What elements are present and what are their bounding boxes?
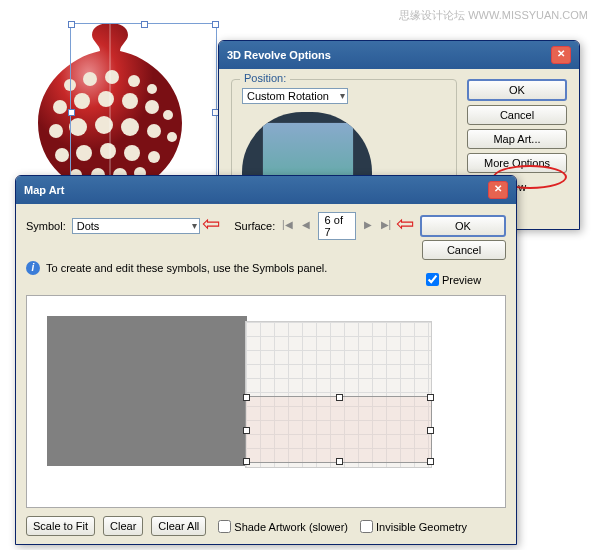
revolve-preview-cube[interactable] bbox=[242, 112, 372, 182]
symbol-select[interactable]: Dots bbox=[72, 218, 201, 234]
svg-point-11 bbox=[49, 124, 63, 138]
shade-artwork-checkbox[interactable]: Shade Artwork (slower) bbox=[214, 517, 348, 536]
svg-point-5 bbox=[53, 100, 67, 114]
last-surface-button[interactable]: ▶| bbox=[380, 219, 392, 233]
clear-button[interactable]: Clear bbox=[103, 516, 143, 536]
next-surface-button[interactable]: ▶ bbox=[362, 219, 374, 233]
invisible-geometry-checkbox[interactable]: Invisible Geometry bbox=[356, 517, 467, 536]
selection-bounds[interactable] bbox=[70, 23, 217, 200]
resize-handle[interactable] bbox=[243, 458, 250, 465]
surface-counter: 6 of 7 bbox=[318, 212, 356, 240]
map-art-button[interactable]: Map Art... bbox=[467, 129, 567, 149]
hidden-surface-shape bbox=[47, 316, 247, 466]
watermark-text: 思缘设计论坛 WWW.MISSYUAN.COM bbox=[399, 8, 588, 23]
symbol-label: Symbol: bbox=[26, 220, 66, 232]
ok-button[interactable]: OK bbox=[467, 79, 567, 101]
position-select[interactable]: Custom Rotation bbox=[242, 88, 348, 104]
info-icon: i bbox=[26, 261, 40, 275]
resize-handle[interactable] bbox=[243, 394, 250, 401]
revolve-titlebar[interactable]: 3D Revolve Options✕ bbox=[219, 41, 579, 69]
mapart-dialog: Map Art✕ Symbol: Dots ⇦ Surface: |◀ ◀ 6 … bbox=[15, 175, 517, 545]
resize-handle[interactable] bbox=[243, 427, 250, 434]
resize-handle[interactable] bbox=[68, 21, 75, 28]
revolve-title: 3D Revolve Options bbox=[227, 49, 331, 61]
svg-point-17 bbox=[55, 148, 69, 162]
resize-handle[interactable] bbox=[427, 394, 434, 401]
cancel-button[interactable]: Cancel bbox=[422, 240, 506, 260]
clear-all-button[interactable]: Clear All bbox=[151, 516, 206, 536]
resize-handle[interactable] bbox=[336, 458, 343, 465]
annotation-arrow: ⇦ bbox=[396, 211, 414, 237]
close-icon[interactable]: ✕ bbox=[551, 46, 571, 64]
scale-to-fit-button[interactable]: Scale to Fit bbox=[26, 516, 95, 536]
mapped-symbol-region[interactable] bbox=[245, 396, 432, 463]
resize-handle[interactable] bbox=[336, 394, 343, 401]
mapart-titlebar[interactable]: Map Art✕ bbox=[16, 176, 516, 204]
resize-handle[interactable] bbox=[141, 21, 148, 28]
hint-text: To create and edit these symbols, use th… bbox=[46, 262, 327, 274]
position-legend: Position: bbox=[240, 72, 290, 84]
close-icon[interactable]: ✕ bbox=[488, 181, 508, 199]
surface-label: Surface: bbox=[234, 220, 275, 232]
first-surface-button[interactable]: |◀ bbox=[281, 219, 293, 233]
map-preview-area[interactable] bbox=[26, 295, 506, 508]
resize-handle[interactable] bbox=[68, 109, 75, 116]
mapart-title: Map Art bbox=[24, 184, 65, 196]
resize-handle[interactable] bbox=[427, 458, 434, 465]
more-options-button[interactable]: More Options bbox=[467, 153, 567, 173]
prev-surface-button[interactable]: ◀ bbox=[299, 219, 311, 233]
cancel-button[interactable]: Cancel bbox=[467, 105, 567, 125]
resize-handle[interactable] bbox=[212, 21, 219, 28]
preview-checkbox[interactable]: Preview bbox=[422, 270, 506, 289]
annotation-arrow: ⇦ bbox=[202, 211, 220, 237]
vase-artwork bbox=[20, 15, 200, 190]
resize-handle[interactable] bbox=[427, 427, 434, 434]
ok-button[interactable]: OK bbox=[420, 215, 506, 237]
